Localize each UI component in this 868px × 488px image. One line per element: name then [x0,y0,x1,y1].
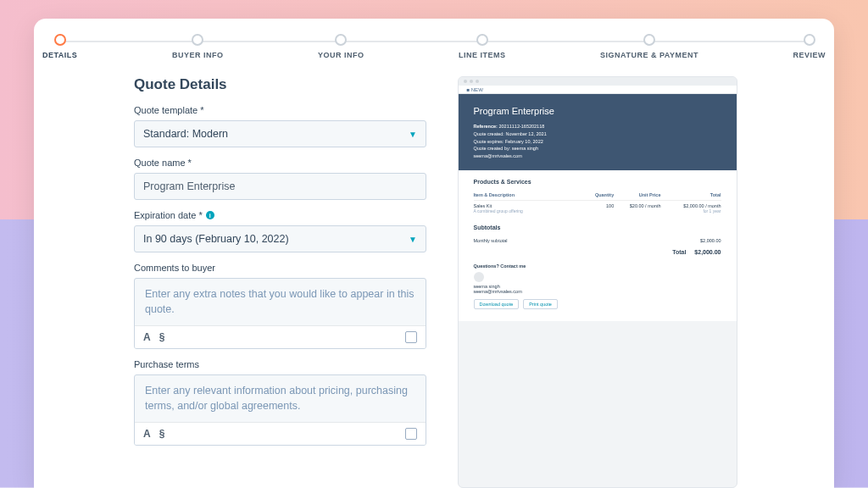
col-qty: Quantity [581,192,614,197]
step-buyer-info[interactable]: BUYER INFO [172,34,224,59]
col-total: Total [660,192,721,197]
total-label: Total [672,249,686,255]
download-quote-button[interactable]: Download quote [474,299,520,309]
template-value: Standard: Modern [143,128,228,140]
expiration-label: Expiration date * i [134,210,426,220]
line-term: for 1 year [660,208,721,214]
step-your-info[interactable]: YOUR INFO [318,34,364,59]
monthly-label: Monthly subtotal [474,238,508,243]
comments-textarea[interactable]: Enter any extra notes that you would lik… [134,278,426,349]
step-dot-icon [192,34,203,46]
products-heading: Products & Services [474,179,721,185]
created-value: November 12, 2021 [505,131,546,136]
expand-icon[interactable] [405,331,417,343]
wizard-stepper: DETAILS BUYER INFO YOUR INFO LINE ITEMS … [42,34,826,68]
step-dot-icon [804,34,815,46]
expires-label: Quote expires: [474,139,504,144]
total-value: $2,000.00 [694,249,721,255]
quote-name-value: Program Enterprise [143,180,235,192]
quote-preview: ■ NEW Program Enterprise Reference: 2021… [452,76,743,488]
terms-label: Purchase terms [134,359,426,369]
editor-toolbar: A § [135,422,426,445]
attachment-button[interactable]: § [159,331,165,343]
quote-name-input[interactable]: Program Enterprise [134,173,426,200]
step-review[interactable]: REVIEW [793,34,826,59]
font-style-button[interactable]: A [143,428,151,440]
subtotals-heading: Subtotals [474,225,721,230]
quote-header: Program Enterprise Reference: 20211112-1… [459,94,737,170]
browser-urlbar: ■ NEW [459,86,737,94]
quote-editor-panel: DETAILS BUYER INFO YOUR INFO LINE ITEMS … [34,19,834,488]
comments-label: Comments to buyer [134,263,426,273]
quote-meta: Reference: 20211112-165202118 Quote crea… [474,123,721,160]
step-label: DETAILS [42,51,77,59]
font-style-button[interactable]: A [143,331,151,343]
creator-email: seema@mrivsales.com [474,152,721,160]
subtotals: Subtotals Monthly subtotal $2,000.00 Tot… [474,225,721,255]
line-price: $20.00 / month [614,203,660,214]
step-dot-icon [643,34,655,46]
col-item: Item & Description [474,192,581,197]
chevron-down-icon: ▼ [409,130,417,139]
quote-body: Products & Services Item & Description Q… [459,170,737,321]
step-label: LINE ITEMS [459,51,506,59]
createdby-label: Quote created by: [474,146,511,151]
ref-value: 20211112-165202118 [498,124,544,129]
chevron-down-icon: ▼ [409,235,417,244]
comments-placeholder: Enter any extra notes that you would lik… [135,279,426,325]
browser-titlebar [459,77,737,86]
quote-details-form: Quote Details Quote template * Standard:… [134,76,426,488]
step-dot-icon [335,34,347,46]
line-items-header: Item & Description Quantity Unit Price T… [474,190,721,201]
col-price: Unit Price [614,192,660,197]
step-label: REVIEW [793,51,826,59]
line-item-row: Sales Kit A combined group offering 100 … [474,201,721,216]
expires-value: February 10, 2022 [505,139,543,144]
step-label: SIGNATURE & PAYMENT [600,51,698,59]
expiration-select[interactable]: In 90 days (February 10, 2022) ▼ [134,225,426,252]
ref-label: Reference: [474,124,498,129]
terms-textarea[interactable]: Enter any relevant information about pri… [134,374,426,446]
created-label: Quote created: [474,131,504,136]
attachment-button[interactable]: § [159,428,165,440]
quote-title: Program Enterprise [474,106,721,116]
expand-icon[interactable] [405,428,417,440]
step-label: YOUR INFO [318,51,364,59]
step-dot-icon [54,34,66,46]
expiration-label-text: Expiration date * [134,210,203,220]
page-title: Quote Details [134,76,426,93]
url-badge: ■ NEW [467,87,483,92]
print-quote-button[interactable]: Print quote [523,299,558,309]
step-signature-payment[interactable]: SIGNATURE & PAYMENT [600,34,698,59]
expiration-value: In 90 days (February 10, 2022) [143,233,289,245]
terms-placeholder: Enter any relevant information about pri… [135,375,426,422]
step-label: BUYER INFO [172,51,224,59]
step-details[interactable]: DETAILS [42,34,77,59]
monthly-value: $2,000.00 [700,238,721,243]
contact-email: seema@mrivsales.com [474,289,721,294]
editor-toolbar: A § [135,325,426,348]
contact-block: Questions? Contact me seema singh seema@… [474,263,721,309]
avatar [474,272,484,282]
quote-name-label: Quote name * [134,158,426,168]
template-label: Quote template * [134,105,426,115]
line-desc: A combined group offering [474,208,581,214]
step-line-items[interactable]: LINE ITEMS [459,34,506,59]
createdby-value: seema singh [512,146,538,151]
line-qty: 100 [581,203,614,214]
step-dot-icon [476,34,488,46]
info-icon[interactable]: i [206,211,214,219]
template-select[interactable]: Standard: Modern ▼ [134,120,426,147]
preview-browser: ■ NEW Program Enterprise Reference: 2021… [458,76,737,488]
questions-heading: Questions? Contact me [474,263,721,269]
